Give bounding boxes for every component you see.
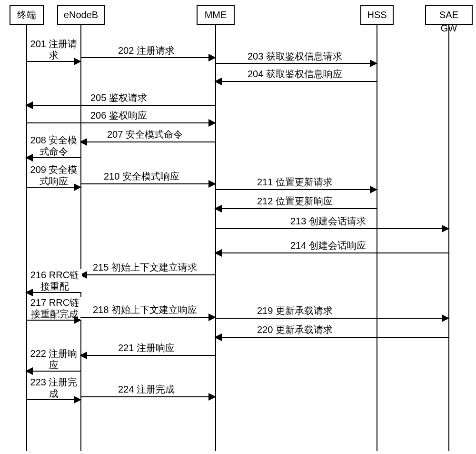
arrow-211 xyxy=(215,189,377,190)
lifeline-saegw xyxy=(448,25,449,451)
msg-214: 214 创建会话响应 xyxy=(290,240,366,251)
arrow-218 xyxy=(80,317,215,318)
msg-221: 221 注册响应 xyxy=(118,342,175,353)
msg-218: 218 初始上下文建立响应 xyxy=(93,304,197,315)
sequence-diagram: 终端 eNodeB MME HSS SAE GW 201 注册请求 202 注册… xyxy=(0,0,476,454)
msg-222: 222 注册响应 xyxy=(28,348,80,371)
msg-201: 201 注册请求 xyxy=(28,38,80,61)
arrow-223 xyxy=(26,399,80,400)
arrow-201 xyxy=(26,61,80,62)
lifeline-hss xyxy=(377,25,377,451)
msg-205: 205 鉴权请求 xyxy=(90,92,147,103)
msg-209: 209 安全模式响应 xyxy=(28,164,80,187)
arrow-208 xyxy=(26,157,80,158)
arrow-205 xyxy=(26,105,215,106)
arrow-206 xyxy=(26,122,215,123)
arrow-203 xyxy=(215,63,377,64)
arrow-207 xyxy=(80,141,215,142)
msg-215: 215 初始上下文建立请求 xyxy=(93,262,197,273)
msg-206: 206 鉴权响应 xyxy=(90,110,147,121)
arrow-221 xyxy=(80,355,215,356)
msg-208: 208 安全模式命令 xyxy=(28,134,80,157)
arrow-220 xyxy=(215,337,448,338)
arrow-215 xyxy=(80,274,215,275)
arrow-213 xyxy=(215,228,448,229)
arrow-212 xyxy=(215,208,377,209)
msg-213: 213 创建会话请求 xyxy=(290,215,366,227)
msg-223: 223 注册完成 xyxy=(28,376,80,399)
actor-hss: HSS xyxy=(360,5,394,25)
lifeline-enodeb xyxy=(80,25,81,451)
arrow-210 xyxy=(80,183,215,184)
arrow-202 xyxy=(80,57,215,58)
lifeline-mme xyxy=(215,25,216,451)
arrow-214 xyxy=(215,252,448,253)
msg-220: 220 更新承载请求 xyxy=(257,324,333,335)
msg-207: 207 安全模式命令 xyxy=(107,129,183,140)
actor-mme: MME xyxy=(197,5,235,25)
arrow-209 xyxy=(26,187,80,188)
arrow-219 xyxy=(215,318,448,319)
msg-224: 224 注册完成 xyxy=(118,383,175,395)
msg-203: 203 获取鉴权信息请求 xyxy=(248,50,342,62)
arrow-204 xyxy=(215,81,377,82)
msg-211: 211 位置更新请求 xyxy=(257,176,333,188)
arrow-224 xyxy=(80,396,215,397)
msg-210: 210 安全模式响应 xyxy=(104,171,179,182)
actor-terminal: 终端 xyxy=(10,5,44,25)
msg-219: 219 更新承载请求 xyxy=(257,305,333,316)
msg-212: 212 位置更新响应 xyxy=(257,195,333,207)
msg-204: 204 获取鉴权信息响应 xyxy=(248,68,342,80)
actor-enodeb: eNodeB xyxy=(57,5,105,25)
arrow-217 xyxy=(26,320,80,321)
arrow-216 xyxy=(26,292,80,293)
arrow-222 xyxy=(26,371,80,372)
msg-216: 216 RRC链接重配 xyxy=(28,269,82,292)
msg-202: 202 注册请求 xyxy=(118,45,175,56)
lifeline-terminal xyxy=(26,25,27,451)
actor-saegw: SAE GW xyxy=(425,5,473,25)
